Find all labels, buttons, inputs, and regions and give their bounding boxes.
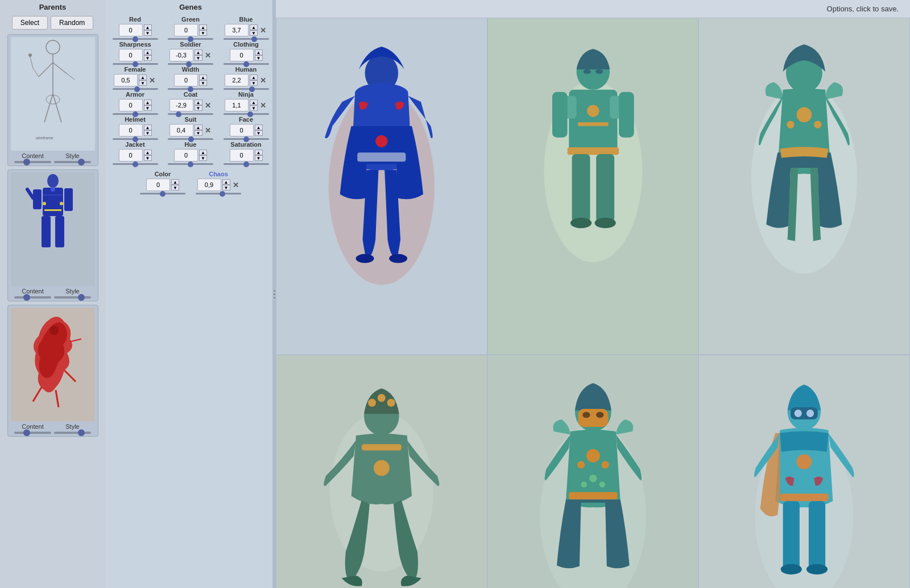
spin-up-armor[interactable]: ▲ (144, 100, 152, 105)
x-btn-human[interactable]: ✕ (259, 76, 267, 85)
gene-input-soldier[interactable] (169, 49, 193, 61)
spin-up-clothing[interactable]: ▲ (255, 49, 263, 55)
x-btn-blue[interactable]: ✕ (259, 26, 267, 35)
x-btn-chaos[interactable]: ✕ (231, 181, 240, 189)
spin-up-jacket[interactable]: ▲ (144, 150, 152, 155)
spin-down-chaos[interactable]: ▼ (222, 185, 230, 191)
style-slider-3[interactable] (54, 432, 91, 434)
spin-up-sharpness[interactable]: ▲ (144, 49, 152, 55)
gene-input-red[interactable] (119, 24, 143, 36)
gene-slider-suit[interactable] (168, 138, 213, 140)
spin-down-green[interactable]: ▼ (199, 30, 207, 36)
spin-down-coat[interactable]: ▼ (195, 105, 202, 111)
spin-up-human[interactable]: ▲ (250, 74, 258, 80)
spin-up-blue[interactable]: ▲ (250, 24, 258, 30)
gene-input-suit[interactable] (169, 124, 193, 136)
gene-slider-clothing[interactable] (224, 63, 269, 65)
spin-up-ninja[interactable]: ▲ (250, 100, 258, 105)
select-button[interactable]: Select (12, 16, 48, 30)
gene-slider-red[interactable] (113, 38, 158, 40)
style-slider-2[interactable] (54, 296, 91, 299)
spin-up-green[interactable]: ▲ (199, 24, 207, 30)
gene-slider-ninja[interactable] (224, 113, 269, 115)
gene-slider-hue[interactable] (168, 163, 213, 165)
spin-down-clothing[interactable]: ▼ (255, 55, 263, 61)
spin-up-suit[interactable]: ▲ (195, 125, 202, 130)
spin-up-color[interactable]: ▲ (171, 179, 179, 185)
spin-down-hue[interactable]: ▼ (199, 155, 207, 161)
x-btn-suit[interactable]: ✕ (204, 126, 212, 135)
gene-slider-coat[interactable] (168, 113, 213, 115)
chaos-slider[interactable] (196, 193, 241, 194)
spin-up-red[interactable]: ▲ (144, 24, 152, 30)
gene-input-human[interactable] (225, 74, 249, 86)
gene-slider-green[interactable] (168, 38, 213, 40)
gene-input-coat[interactable] (169, 99, 193, 111)
spin-down-saturation[interactable]: ▼ (255, 155, 263, 161)
spin-down-jacket[interactable]: ▼ (144, 155, 152, 161)
gene-slider-saturation[interactable] (224, 163, 269, 165)
x-btn-coat[interactable]: ✕ (204, 101, 212, 110)
image-cell-6[interactable] (698, 355, 910, 588)
image-cell-1[interactable] (276, 18, 487, 355)
gene-slider-sharpness[interactable] (113, 63, 158, 65)
spin-up-soldier[interactable]: ▲ (195, 49, 202, 55)
x-btn-soldier[interactable]: ✕ (204, 51, 212, 60)
resize-handle[interactable] (272, 0, 276, 588)
gene-slider-jacket[interactable] (113, 163, 158, 165)
spin-up-hue[interactable]: ▲ (199, 150, 207, 155)
gene-input-helmet[interactable] (119, 124, 143, 136)
color-input[interactable] (146, 179, 170, 191)
gene-input-saturation[interactable] (230, 149, 254, 162)
x-btn-ninja[interactable]: ✕ (259, 101, 267, 110)
spin-down-color[interactable]: ▼ (171, 185, 179, 191)
content-slider-3[interactable] (14, 432, 51, 434)
spin-down-width[interactable]: ▼ (199, 80, 207, 86)
gene-input-ninja[interactable] (225, 99, 249, 111)
chaos-input[interactable] (197, 179, 221, 191)
gene-input-female[interactable] (114, 74, 138, 86)
spin-down-blue[interactable]: ▼ (250, 30, 258, 36)
gene-input-hue[interactable] (174, 149, 198, 162)
spin-down-ninja[interactable]: ▼ (250, 105, 258, 111)
image-cell-2[interactable] (487, 18, 699, 355)
gene-slider-face[interactable] (224, 138, 269, 140)
parent-preview-1[interactable]: wireframe (11, 37, 95, 151)
gene-input-sharpness[interactable] (119, 49, 143, 61)
spin-down-face[interactable]: ▼ (255, 130, 263, 136)
spin-down-soldier[interactable]: ▼ (195, 55, 202, 61)
style-slider-1[interactable] (54, 161, 91, 163)
gene-slider-armor[interactable] (113, 113, 158, 115)
spin-down-red[interactable]: ▼ (144, 30, 152, 36)
spin-up-helmet[interactable]: ▲ (144, 125, 152, 130)
gene-input-width[interactable] (174, 74, 198, 86)
gene-slider-width[interactable] (168, 88, 213, 90)
gene-input-green[interactable] (174, 24, 198, 36)
color-slider[interactable] (140, 193, 185, 194)
spin-up-face[interactable]: ▲ (255, 125, 263, 130)
spin-down-female[interactable]: ▼ (139, 80, 147, 86)
spin-down-human[interactable]: ▼ (250, 80, 258, 86)
spin-down-suit[interactable]: ▼ (195, 130, 202, 136)
gene-slider-blue[interactable] (224, 38, 269, 40)
spin-up-female[interactable]: ▲ (139, 74, 147, 80)
x-btn-female[interactable]: ✕ (148, 76, 156, 85)
spin-up-saturation[interactable]: ▲ (255, 150, 263, 155)
spin-down-armor[interactable]: ▼ (144, 105, 152, 111)
gene-slider-human[interactable] (224, 88, 269, 90)
random-button[interactable]: Random (51, 16, 93, 30)
spin-down-sharpness[interactable]: ▼ (144, 55, 152, 61)
image-cell-3[interactable] (698, 18, 910, 355)
gene-input-blue[interactable] (225, 24, 249, 36)
spin-up-width[interactable]: ▲ (199, 74, 207, 80)
gene-slider-soldier[interactable] (168, 63, 213, 65)
image-cell-4[interactable] (276, 355, 487, 588)
content-slider-2[interactable] (14, 296, 51, 299)
parent-preview-3[interactable] (11, 308, 95, 421)
gene-input-clothing[interactable] (230, 49, 254, 61)
gene-slider-female[interactable] (113, 88, 158, 90)
image-cell-5[interactable] (487, 355, 699, 588)
content-slider-1[interactable] (14, 161, 51, 163)
gene-input-armor[interactable] (119, 99, 143, 111)
spin-up-chaos[interactable]: ▲ (222, 179, 230, 185)
